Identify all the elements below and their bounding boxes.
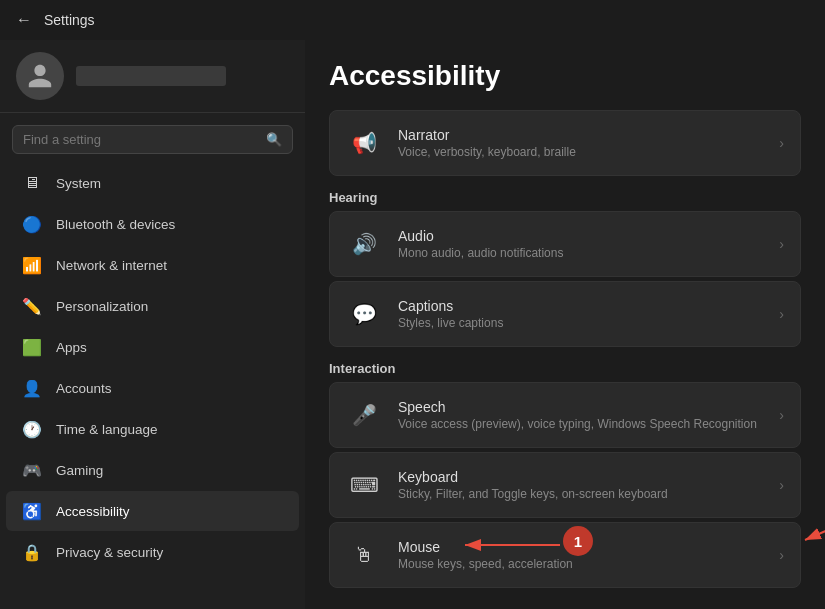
sidebar-label-accessibility: Accessibility — [56, 504, 130, 519]
speech-icon: 🎤 — [346, 397, 382, 433]
card-keyboard[interactable]: ⌨ Keyboard Sticky, Filter, and Toggle ke… — [329, 452, 801, 518]
nav-container: 🖥 System 🔵 Bluetooth & devices 📶 Network… — [0, 162, 305, 573]
search-icon: 🔍 — [266, 132, 282, 147]
narrator-icon: 📢 — [346, 125, 382, 161]
sidebar-label-apps: Apps — [56, 340, 87, 355]
system-icon: 🖥 — [22, 173, 42, 193]
app-title: Settings — [44, 12, 95, 28]
apps-icon: 🟩 — [22, 337, 42, 357]
avatar — [16, 52, 64, 100]
sidebar-label-personalization: Personalization — [56, 299, 148, 314]
sidebar: 🔍 🖥 System 🔵 Bluetooth & devices 📶 Netwo… — [0, 40, 305, 609]
sidebar-label-network: Network & internet — [56, 258, 167, 273]
mouse-subtitle: Mouse keys, speed, acceleration — [398, 557, 763, 571]
sidebar-item-privacy[interactable]: 🔒 Privacy & security — [6, 532, 299, 572]
section-label-1: Interaction — [329, 361, 801, 376]
card-captions[interactable]: 💬 Captions Styles, live captions › — [329, 281, 801, 347]
user-icon — [26, 62, 54, 90]
user-name — [76, 66, 226, 86]
keyboard-chevron: › — [779, 477, 784, 493]
time-icon: 🕐 — [22, 419, 42, 439]
sidebar-label-privacy: Privacy & security — [56, 545, 163, 560]
sidebar-item-time[interactable]: 🕐 Time & language — [6, 409, 299, 449]
narrator-subtitle: Voice, verbosity, keyboard, braille — [398, 145, 763, 159]
search-input[interactable] — [23, 132, 258, 147]
gaming-icon: 🎮 — [22, 460, 42, 480]
bluetooth-icon: 🔵 — [22, 214, 42, 234]
narrator-chevron: › — [779, 135, 784, 151]
card-speech[interactable]: 🎤 Speech Voice access (preview), voice t… — [329, 382, 801, 448]
captions-chevron: › — [779, 306, 784, 322]
mouse-chevron: › — [779, 547, 784, 563]
card-mouse[interactable]: 🖱 Mouse Mouse keys, speed, acceleration … — [329, 522, 801, 588]
main-layout: 🔍 🖥 System 🔵 Bluetooth & devices 📶 Netwo… — [0, 40, 825, 609]
content-area: Accessibility 📢 Narrator Voice, verbosit… — [305, 40, 825, 609]
sections-container: Hearing 🔊 Audio Mono audio, audio notifi… — [329, 190, 801, 588]
speech-title: Speech — [398, 399, 763, 415]
section-label-0: Hearing — [329, 190, 801, 205]
content-wrapper: Accessibility 📢 Narrator Voice, verbosit… — [305, 40, 825, 609]
captions-icon: 💬 — [346, 296, 382, 332]
privacy-icon: 🔒 — [22, 542, 42, 562]
audio-icon: 🔊 — [346, 226, 382, 262]
personalization-icon: ✏️ — [22, 296, 42, 316]
keyboard-subtitle: Sticky, Filter, and Toggle keys, on-scre… — [398, 487, 763, 501]
speech-chevron: › — [779, 407, 784, 423]
audio-subtitle: Mono audio, audio notifications — [398, 246, 763, 260]
network-icon: 📶 — [22, 255, 42, 275]
keyboard-title: Keyboard — [398, 469, 763, 485]
audio-chevron: › — [779, 236, 784, 252]
accounts-icon: 👤 — [22, 378, 42, 398]
speech-subtitle: Voice access (preview), voice typing, Wi… — [398, 417, 763, 431]
narrator-title: Narrator — [398, 127, 763, 143]
accessibility-icon: ♿ — [22, 501, 42, 521]
sidebar-label-accounts: Accounts — [56, 381, 112, 396]
search-bar[interactable]: 🔍 — [12, 125, 293, 154]
mouse-title: Mouse — [398, 539, 763, 555]
user-section — [0, 40, 305, 113]
sidebar-item-apps[interactable]: 🟩 Apps — [6, 327, 299, 367]
sidebar-item-system[interactable]: 🖥 System — [6, 163, 299, 203]
sidebar-item-gaming[interactable]: 🎮 Gaming — [6, 450, 299, 490]
narrator-card[interactable]: 📢 Narrator Voice, verbosity, keyboard, b… — [329, 110, 801, 176]
audio-title: Audio — [398, 228, 763, 244]
sidebar-label-time: Time & language — [56, 422, 158, 437]
sidebar-item-personalization[interactable]: ✏️ Personalization — [6, 286, 299, 326]
keyboard-icon: ⌨ — [346, 467, 382, 503]
sidebar-label-system: System — [56, 176, 101, 191]
sidebar-item-accessibility[interactable]: ♿ Accessibility — [6, 491, 299, 531]
sidebar-label-gaming: Gaming — [56, 463, 103, 478]
sidebar-item-accounts[interactable]: 👤 Accounts — [6, 368, 299, 408]
mouse-icon: 🖱 — [346, 537, 382, 573]
sidebar-item-network[interactable]: 📶 Network & internet — [6, 245, 299, 285]
page-title: Accessibility — [329, 60, 801, 92]
back-button[interactable]: ← — [16, 11, 32, 29]
sidebar-item-bluetooth[interactable]: 🔵 Bluetooth & devices — [6, 204, 299, 244]
title-bar: ← Settings — [0, 0, 825, 40]
sidebar-label-bluetooth: Bluetooth & devices — [56, 217, 175, 232]
captions-subtitle: Styles, live captions — [398, 316, 763, 330]
card-audio[interactable]: 🔊 Audio Mono audio, audio notifications … — [329, 211, 801, 277]
captions-title: Captions — [398, 298, 763, 314]
